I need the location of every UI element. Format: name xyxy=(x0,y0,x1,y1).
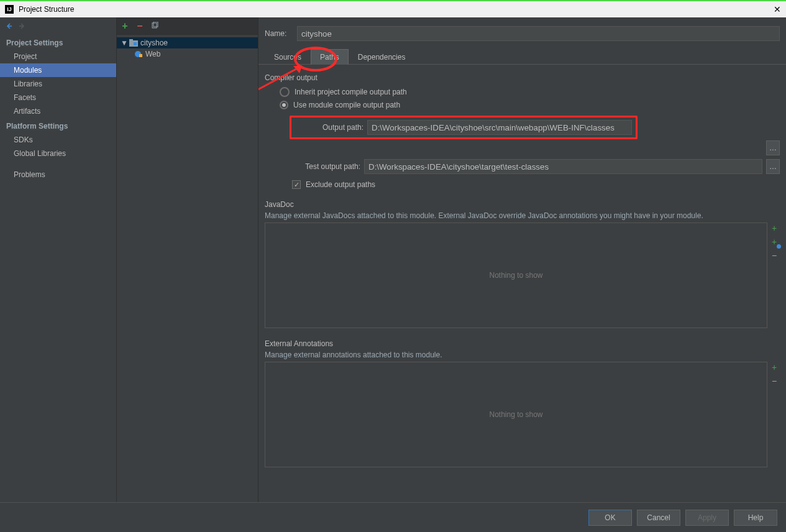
tab-sources[interactable]: Sources xyxy=(265,49,311,65)
compiler-output-section: Compiler output xyxy=(265,73,780,82)
ext-annotations-add-icon[interactable]: + xyxy=(769,362,780,373)
tree-arrow-icon[interactable]: ▼ xyxy=(121,39,127,47)
titlebar: IJ Project Structure ✕ xyxy=(0,0,786,17)
output-path-browse-button[interactable]: … xyxy=(766,140,780,155)
javadoc-section: JavaDoc xyxy=(265,200,780,209)
test-output-path-label: Test output path: xyxy=(292,162,360,171)
ext-annotations-empty: Nothing to show xyxy=(489,410,542,419)
cancel-button[interactable]: Cancel xyxy=(637,510,680,526)
sidebar-item-global-libraries[interactable]: Global Libraries xyxy=(0,147,116,160)
sidebar-item-artifacts[interactable]: Artifacts xyxy=(0,104,116,118)
add-module-icon[interactable]: + xyxy=(121,22,129,30)
sidebar-item-problems[interactable]: Problems xyxy=(0,168,116,181)
tree-label: cityshoe xyxy=(140,39,168,47)
tab-dependencies[interactable]: Dependencies xyxy=(349,49,415,65)
name-label: Name: xyxy=(265,29,292,38)
web-facet-icon xyxy=(134,50,143,58)
ok-button[interactable]: OK xyxy=(588,510,632,526)
apply-button[interactable]: Apply xyxy=(685,510,729,526)
test-output-path-input[interactable] xyxy=(364,159,762,174)
radio-inherit[interactable] xyxy=(280,87,290,97)
ext-annotations-remove-icon[interactable]: − xyxy=(769,375,780,387)
nav-forward-icon[interactable] xyxy=(16,21,27,32)
help-button[interactable]: Help xyxy=(734,510,777,526)
radio-use-module-label: Use module compile output path xyxy=(293,101,400,109)
sidebar-item-libraries[interactable]: Libraries xyxy=(0,77,116,91)
tab-paths[interactable]: Paths xyxy=(311,49,349,65)
svg-rect-4 xyxy=(134,42,137,45)
radio-inherit-label: Inherit project compile output path xyxy=(295,88,407,96)
remove-module-icon[interactable]: − xyxy=(135,22,144,30)
ext-annotations-desc: Manage external annotations attached to … xyxy=(265,351,780,359)
dialog-button-bar: OK Cancel Apply Help xyxy=(0,502,786,532)
radio-use-module[interactable] xyxy=(280,101,288,109)
section-project-settings: Project Settings xyxy=(0,35,116,50)
tree-module-cityshoe[interactable]: ▼ cityshoe xyxy=(117,37,258,48)
module-tabs: Sources Paths Dependencies xyxy=(258,47,786,65)
svg-rect-1 xyxy=(153,22,158,27)
javadoc-empty: Nothing to show xyxy=(489,271,542,280)
javadoc-desc: Manage external JavaDocs attached to thi… xyxy=(265,211,780,220)
exclude-output-checkbox[interactable] xyxy=(292,180,301,189)
javadoc-remove-icon[interactable]: − xyxy=(769,250,780,261)
javadoc-list[interactable]: Nothing to show xyxy=(265,222,767,328)
svg-rect-0 xyxy=(152,23,157,28)
sidebar-item-facets[interactable]: Facets xyxy=(0,91,116,104)
javadoc-add-icon[interactable]: + xyxy=(769,222,780,234)
main-panel: Name: Sources Paths Dependencies Compile… xyxy=(258,17,786,532)
sidebar-item-sdks[interactable]: SDKs xyxy=(0,133,116,147)
tree-facet-web[interactable]: Web xyxy=(117,48,258,60)
settings-sidebar: Project Settings Project Modules Librari… xyxy=(0,17,117,532)
module-name-input[interactable] xyxy=(297,26,780,41)
svg-rect-6 xyxy=(139,54,142,57)
exclude-output-label: Exclude output paths xyxy=(306,180,375,189)
section-platform-settings: Platform Settings xyxy=(0,118,116,133)
ext-annotations-section: External Annotations xyxy=(265,339,780,348)
copy-module-icon[interactable] xyxy=(150,22,159,30)
test-output-path-browse-button[interactable]: … xyxy=(766,159,780,174)
window-title: Project Structure xyxy=(19,5,74,14)
sidebar-item-project[interactable]: Project xyxy=(0,50,116,63)
svg-rect-3 xyxy=(129,39,133,41)
sidebar-item-modules[interactable]: Modules xyxy=(0,63,116,77)
tree-label: Web xyxy=(145,50,160,58)
module-folder-icon xyxy=(129,39,138,47)
nav-back-icon[interactable] xyxy=(4,21,15,32)
ext-annotations-list[interactable]: Nothing to show xyxy=(265,362,767,467)
app-icon: IJ xyxy=(5,5,14,14)
window-close-icon[interactable]: ✕ xyxy=(774,4,781,14)
javadoc-add-url-icon[interactable]: + xyxy=(769,236,780,247)
module-tree-panel: + − ▼ cityshoe Web xyxy=(117,17,258,532)
